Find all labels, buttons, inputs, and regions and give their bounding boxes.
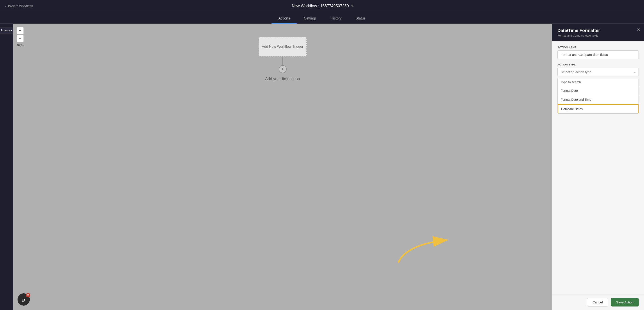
tab-actions[interactable]: Actions	[272, 14, 297, 24]
search-input[interactable]	[558, 78, 638, 86]
tab-history[interactable]: History	[324, 14, 348, 24]
cancel-button[interactable]: Cancel	[587, 298, 608, 307]
panel-close-button[interactable]: ✕	[637, 27, 640, 32]
canvas-content: Add New Workflow Trigger + Add your firs…	[13, 24, 552, 310]
dropdown-item-format-date-time[interactable]: Format Date and Time	[558, 95, 638, 104]
action-name-label: ACTION NAME	[558, 46, 639, 49]
action-type-select[interactable]: Select an action type	[558, 68, 639, 76]
dropdown-item-compare-dates[interactable]: Compare Dates	[558, 104, 638, 113]
save-action-button[interactable]: Save Action	[611, 298, 639, 307]
panel-title: Date/Time Formatter	[558, 28, 639, 33]
canvas-area: + − 100% Add New Workflow Trigger + Add …	[13, 24, 552, 310]
action-type-dropdown: Format Date Format Date and Time Compare…	[558, 78, 639, 114]
zoom-controls: + − 100%	[17, 27, 24, 47]
action-type-select-wrapper: Select an action type ⌄	[558, 68, 639, 76]
trigger-box[interactable]: Add New Workflow Trigger	[258, 37, 307, 56]
action-type-placeholder: Select an action type	[561, 70, 591, 74]
tab-settings[interactable]: Settings	[297, 14, 324, 24]
panel-subtitle: Format and Compare date fields	[558, 34, 639, 37]
panel-footer: Cancel Save Action	[552, 294, 644, 310]
dropdown-item-format-date[interactable]: Format Date	[558, 86, 638, 95]
zoom-level: 100%	[17, 44, 24, 47]
action-name-input[interactable]	[558, 50, 639, 59]
trigger-label: Add New Workflow Trigger	[262, 45, 303, 49]
workflow-title: New Workflow : 1687749507250 ✎	[292, 4, 354, 8]
avatar-letter: g	[22, 297, 25, 302]
add-action-button[interactable]: +	[279, 65, 286, 73]
zoom-out-button[interactable]: −	[17, 35, 24, 42]
action-type-label: ACTION TYPE	[558, 63, 639, 66]
top-bar: ‹ Back to Workflows New Workflow : 16877…	[0, 0, 644, 12]
chevron-down-icon: ▾	[11, 29, 12, 32]
actions-label: Actions	[1, 29, 10, 32]
back-label: Back to Workflows	[8, 4, 33, 8]
nav-tabs: Actions Settings History Status	[0, 12, 644, 24]
panel-body: ACTION NAME ACTION TYPE Select an action…	[552, 41, 644, 294]
connector-line	[282, 56, 283, 65]
actions-dropdown-button[interactable]: Actions ▾	[0, 27, 15, 33]
back-button[interactable]: ‹ Back to Workflows	[5, 4, 33, 8]
back-arrow-icon: ‹	[5, 4, 6, 8]
zoom-in-button[interactable]: +	[17, 27, 24, 34]
add-action-text: Add your first action	[265, 77, 300, 81]
panel-header: Date/Time Formatter Format and Compare d…	[552, 24, 644, 41]
main-layout: Actions ▾ + − 100% Add New Workflow Trig…	[0, 24, 644, 310]
left-sidebar: Actions ▾	[0, 24, 13, 310]
tab-status[interactable]: Status	[348, 14, 372, 24]
edit-icon[interactable]: ✎	[351, 4, 354, 8]
notification-badge: 21	[26, 293, 30, 297]
avatar-container[interactable]: g 21	[18, 293, 30, 306]
right-panel: Date/Time Formatter Format and Compare d…	[552, 24, 644, 310]
